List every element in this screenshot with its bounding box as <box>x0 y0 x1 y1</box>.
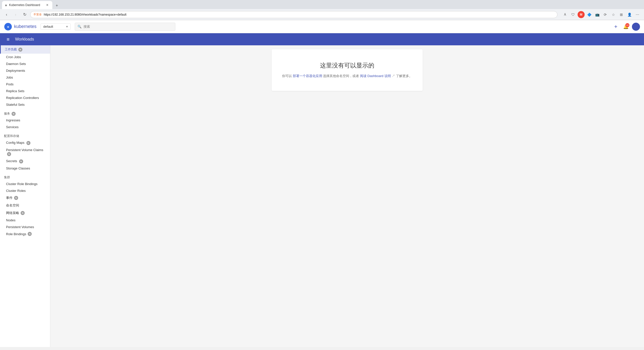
sidebar-item-pvc[interactable]: Persistent Volume Claims N <box>0 147 50 158</box>
sidebar-item-services[interactable]: Services <box>0 124 50 130</box>
address-url: https://192.168.153.21:8080/#/workloads?… <box>44 13 127 16</box>
tab-title: Kubernetes Dashboard <box>9 3 40 7</box>
bing-icon[interactable]: 🔷 <box>586 11 593 18</box>
sidebar-item-jobs[interactable]: Jobs <box>0 74 50 81</box>
shield-icon[interactable]: 🛡 <box>570 11 577 18</box>
notification-badge: 10 <box>625 23 629 27</box>
tab-close-button[interactable]: ✕ <box>45 3 49 7</box>
sidebar-item-pods[interactable]: Pods <box>0 81 50 88</box>
address-bar[interactable]: 不安全 https://192.168.153.21:8080/#/worklo… <box>30 11 557 18</box>
deploy-app-link[interactable]: 部署一个容器化应用 <box>293 74 322 78</box>
toolbar-icons: Ａ 🛡 M 🔷 📺 ⟳ ☆ ⊞ 👤 ⋯ <box>561 11 641 18</box>
services-section-label: 服务 <box>4 112 10 116</box>
sidebar-item-namespaces[interactable]: 命名空间 <box>0 202 50 209</box>
kubernetes-logo-text: kubernetes <box>14 24 36 29</box>
empty-state-title: 这里没有可以显示的 <box>280 61 415 69</box>
config-maps-badge: N <box>26 141 30 145</box>
tab-favicon: ⎈ <box>5 3 7 7</box>
config-section-label: 配置和存储 <box>4 134 19 138</box>
translate-icon[interactable]: Ａ <box>561 11 569 18</box>
sidebar-item-deployments[interactable]: Deployments <box>0 67 50 74</box>
header-right: + 🔔 10 <box>612 23 640 31</box>
main-content: 工作负载 N Cron Jobs Daemon Sets Deployments… <box>0 45 644 347</box>
sidebar-item-cron-jobs[interactable]: Cron Jobs <box>0 54 50 60</box>
empty-state-description: 你可以 部署一个容器化应用 选择其他命名空间，或者 阅读 Dashboard 说… <box>280 74 415 79</box>
sidebar-item-replica-sets[interactable]: Replica Sets <box>0 88 50 94</box>
profile-icon[interactable]: M <box>578 11 585 18</box>
svg-text:⎈: ⎈ <box>7 25 9 29</box>
sidebar-item-events[interactable]: 事件 N <box>0 194 50 202</box>
sidebar-item-secrets[interactable]: Secrets N <box>0 158 50 165</box>
empty-state: 这里没有可以显示的 你可以 部署一个容器化应用 选择其他命名空间，或者 阅读 D… <box>272 49 423 91</box>
kubernetes-logo-icon: ⎈ <box>4 23 12 31</box>
forward-button[interactable]: › <box>12 11 19 18</box>
network-badge: N <box>21 211 25 215</box>
app-header: ⎈ kubernetes default ▾ 🔍 + 🔔 10 <box>0 20 644 33</box>
sidebar-item-role-bindings[interactable]: Role Bindings N <box>0 230 50 237</box>
sidebar-item-replication-controllers[interactable]: Replication Controllers <box>0 94 50 101</box>
sidebar-item-ingresses[interactable]: Ingresses <box>0 117 50 124</box>
pvc-badge: N <box>7 152 11 156</box>
content-area: 这里没有可以显示的 你可以 部署一个容器化应用 选择其他命名空间，或者 阅读 D… <box>50 45 644 347</box>
sidebar-item-config-maps[interactable]: Config Maps N <box>0 139 50 147</box>
browser-tab[interactable]: ⎈ Kubernetes Dashboard ✕ <box>2 1 52 9</box>
collections-icon[interactable]: ⊞ <box>618 11 625 18</box>
sidebar-item-stateful-sets[interactable]: Stateful Sets <box>0 101 50 108</box>
search-icon: 🔍 <box>77 25 82 28</box>
more-menu-icon[interactable]: ⋯ <box>634 11 641 18</box>
events-badge: N <box>14 196 18 200</box>
app: ⎈ kubernetes default ▾ 🔍 + 🔔 10 ≡ Worklo… <box>0 20 644 347</box>
sidebar-item-storage-classes[interactable]: Storage Classes <box>0 165 50 172</box>
favorites-icon[interactable]: ☆ <box>610 11 617 18</box>
user-avatar[interactable] <box>632 23 640 31</box>
back-button[interactable]: ‹ <box>3 11 10 18</box>
user-icon[interactable]: 👤 <box>626 11 633 18</box>
sidebar-item-nodes[interactable]: Nodes <box>0 217 50 224</box>
search-input[interactable] <box>84 25 173 28</box>
workloads-section-label: 工作负载 <box>5 47 17 52</box>
sidebar-item-persistent-volumes[interactable]: Persistent Volumes <box>0 224 50 230</box>
cast-icon[interactable]: 📺 <box>594 11 601 18</box>
sidebar-item-daemon-sets[interactable]: Daemon Sets <box>0 60 50 67</box>
nav-bar: ≡ Workloads <box>0 33 644 45</box>
workloads-badge: N <box>18 48 22 52</box>
notifications-button[interactable]: 🔔 10 <box>622 23 630 31</box>
security-warning: 不安全 <box>33 13 42 16</box>
sidebar-item-cluster-role-bindings[interactable]: Cluster Role Bindings <box>0 181 50 187</box>
sidebar-item-cluster-roles[interactable]: Cluster Roles <box>0 187 50 194</box>
kubernetes-logo: ⎈ kubernetes <box>4 23 36 31</box>
namespace-dropdown-icon: ▾ <box>66 25 68 28</box>
sidebar-section-services[interactable]: 服务 N <box>0 109 50 117</box>
read-docs-link[interactable]: 阅读 Dashboard 说明 <box>360 74 391 78</box>
new-tab-button[interactable]: + <box>53 2 60 9</box>
namespace-value: default <box>43 25 53 28</box>
refresh-icon[interactable]: ⟳ <box>602 11 609 18</box>
namespace-selector[interactable]: default ▾ <box>41 23 71 30</box>
secrets-badge: N <box>19 159 23 163</box>
sidebar-section-cluster[interactable]: 集群 <box>0 173 50 181</box>
sidebar: 工作负载 N Cron Jobs Daemon Sets Deployments… <box>0 45 50 347</box>
sidebar-item-network-policies[interactable]: 网络策略 N <box>0 209 50 217</box>
add-button[interactable]: + <box>612 23 620 31</box>
search-box[interactable]: 🔍 <box>75 23 175 31</box>
cluster-section-label: 集群 <box>4 175 10 180</box>
role-bindings-badge: N <box>28 232 32 236</box>
sidebar-section-workloads[interactable]: 工作负载 N <box>0 45 50 54</box>
browser-toolbar: ‹ › ↻ 不安全 https://192.168.153.21:8080/#/… <box>0 9 644 20</box>
services-badge: N <box>12 112 16 116</box>
hamburger-menu[interactable]: ≡ <box>4 35 12 43</box>
sidebar-section-config[interactable]: 配置和存储 <box>0 131 50 139</box>
nav-title: Workloads <box>15 37 34 42</box>
reload-button[interactable]: ↻ <box>21 11 28 18</box>
